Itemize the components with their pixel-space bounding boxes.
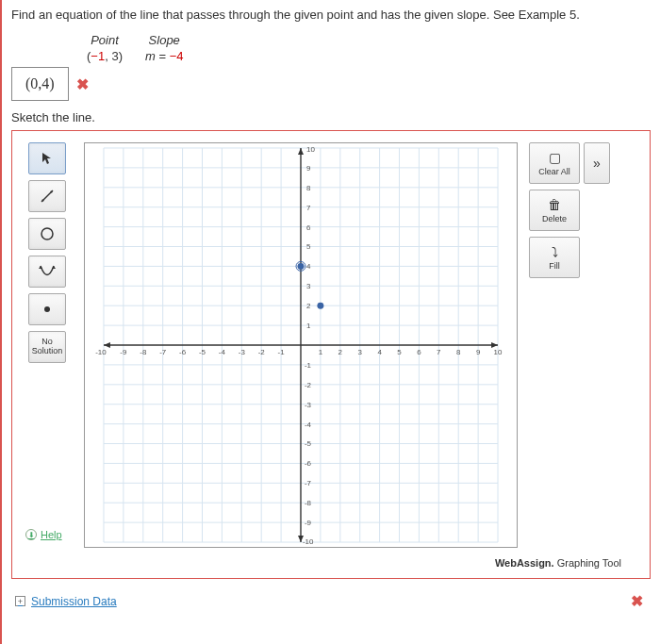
svg-text:-6: -6 [305,459,312,468]
plotted-point-0-4[interactable] [298,263,305,270]
question-text: Find an equation of the line that passes… [11,0,651,27]
point-header: Point [87,33,123,47]
svg-text:7: 7 [306,204,311,212]
svg-text:-8: -8 [140,348,147,356]
svg-text:7: 7 [437,348,441,356]
svg-text:-10: -10 [303,537,314,546]
svg-text:-1: -1 [278,348,286,356]
svg-text:-9: -9 [305,519,312,527]
svg-text:5: 5 [397,348,402,356]
right-toolbar: ▢ Clear All 🗑 Delete ⤵ Fill [529,142,580,278]
svg-text:6: 6 [417,348,421,356]
tool-circle[interactable] [28,218,66,250]
expand-button[interactable]: » [584,142,610,184]
svg-text:-7: -7 [159,348,167,356]
slope-header: Slope [145,33,184,47]
svg-text:-8: -8 [305,499,312,507]
svg-text:-3: -3 [239,348,246,356]
svg-marker-5 [52,266,56,269]
svg-text:-7: -7 [305,479,312,487]
tool-pointer[interactable] [28,142,66,174]
expand-icon: + [15,596,25,606]
svg-text:1: 1 [306,322,311,330]
clear-all-button[interactable]: ▢ Clear All [529,142,580,184]
svg-point-3 [41,228,53,239]
svg-text:4: 4 [306,262,311,271]
slope-value: m = −4 [145,49,184,63]
clear-icon: ▢ [549,150,561,165]
svg-text:-2: -2 [305,381,312,389]
submission-data-link[interactable]: + Submission Data [15,595,117,608]
svg-text:-2: -2 [258,348,266,356]
svg-text:5: 5 [306,242,311,251]
svg-text:3: 3 [357,348,362,356]
incorrect-icon-bottom: ✖ [631,592,643,610]
delete-button[interactable]: 🗑 Delete [529,190,580,231]
help-link[interactable]: ⬇ Help [25,529,62,540]
svg-text:4: 4 [377,348,382,356]
svg-text:10: 10 [494,348,503,356]
svg-text:-3: -3 [305,401,312,409]
svg-text:-1: -1 [305,361,312,370]
tool-point[interactable] [28,293,66,325]
svg-text:2: 2 [338,348,343,356]
svg-text:-5: -5 [199,348,206,356]
svg-text:-4: -4 [219,348,226,356]
tool-line[interactable] [28,180,66,212]
sketch-label: Sketch the line. [11,110,651,124]
svg-text:10: 10 [306,145,315,154]
svg-text:2: 2 [306,302,311,310]
svg-text:8: 8 [306,184,311,192]
help-icon: ⬇ [25,529,37,540]
svg-point-6 [44,306,50,312]
svg-text:-5: -5 [305,439,312,448]
answer-input[interactable]: (0,4) [11,67,69,101]
left-toolbar: No Solution [22,142,73,363]
svg-text:1: 1 [319,348,323,356]
fill-button[interactable]: ⤵ Fill [529,237,580,278]
svg-text:6: 6 [306,223,311,232]
graph-caption: WebAssign. Graphing Tool [22,557,640,569]
svg-text:-9: -9 [120,348,127,356]
trash-icon: 🗑 [548,197,561,212]
incorrect-icon: ✖ [76,75,89,93]
svg-text:8: 8 [456,348,461,356]
fill-icon: ⤵ [552,244,558,259]
graph-canvas[interactable]: -10-9-8-7-6-5-4-3-2-1 12345678910 109876… [84,142,518,548]
svg-text:3: 3 [306,282,311,290]
tool-parabola[interactable] [28,256,66,288]
svg-text:-6: -6 [179,348,187,356]
given-data: Point (−1, 3) Slope m = −4 [87,33,651,63]
tool-no-solution[interactable]: No Solution [28,331,66,363]
graph-frame: No Solution [11,130,651,579]
point-value: (−1, 3) [87,49,123,63]
svg-marker-4 [39,266,42,269]
svg-text:-4: -4 [305,421,312,429]
svg-marker-51 [298,148,304,155]
plotted-point-1-2[interactable] [317,303,323,309]
graph-svg: -10-9-8-7-6-5-4-3-2-1 12345678910 109876… [85,143,517,547]
svg-text:9: 9 [476,348,481,356]
svg-text:-10: -10 [95,348,107,356]
svg-text:9: 9 [306,164,311,173]
